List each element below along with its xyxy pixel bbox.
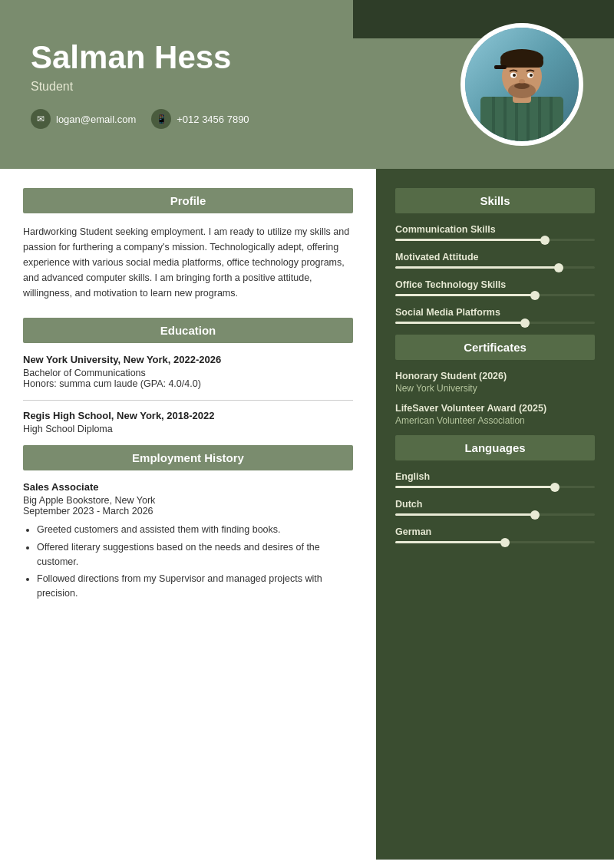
lang-item-2: Dutch (395, 499, 595, 516)
cert-org-1: New York University (395, 383, 595, 394)
edu-degree-2: High School Diploma (23, 424, 353, 434)
skill-name-3: Office Technology Skills (395, 279, 595, 290)
email-icon: ✉ (31, 109, 51, 129)
skill-name-2: Motivated Attitude (395, 252, 595, 262)
svg-point-19 (530, 74, 533, 77)
profile-photo (465, 28, 579, 141)
skill-bar-bg-2 (395, 266, 595, 269)
lang-dot-3 (500, 538, 510, 547)
cert-item-2: LifeSaver Volunteer Award (2025) America… (395, 403, 595, 426)
skill-bar-fill-3 (395, 294, 535, 296)
lang-name-1: English (395, 471, 595, 482)
skill-name-1: Communication Skills (395, 224, 595, 235)
skill-bar-bg-4 (395, 322, 595, 324)
skill-dot-4 (520, 318, 530, 328)
job-item-1: Sales Associate Big Apple Bookstore, New… (23, 481, 353, 601)
lang-name-3: German (395, 526, 595, 537)
skill-bar-bg-3 (395, 294, 595, 296)
skill-item-1: Communication Skills (395, 224, 595, 241)
job-duty-1-1: Greeted customers and assisted them with… (37, 523, 353, 537)
left-column: Profile Hardworking Student seeking empl… (0, 169, 376, 860)
edu-divider (23, 400, 353, 401)
lang-bar-bg-3 (395, 541, 595, 543)
edu-degree-1: Bachelor of Communications (23, 368, 353, 378)
job-duty-1-3: Followed directions from my Supervisor a… (37, 572, 353, 601)
svg-rect-3 (492, 97, 495, 141)
cert-name-1: Honorary Student (2026) (395, 371, 595, 381)
job-duty-1-2: Offered literary suggestions based on th… (37, 540, 353, 569)
education-section-header: Education (23, 318, 353, 343)
skill-item-2: Motivated Attitude (395, 252, 595, 269)
right-column: Skills Communication Skills Motivated At… (376, 169, 614, 860)
phone-contact: 📱 +012 3456 7890 (151, 109, 249, 129)
education-item-2: Regis High School, New York, 2018-2022 H… (23, 410, 353, 434)
svg-point-20 (519, 79, 525, 84)
phone-text: +012 3456 7890 (177, 114, 249, 125)
lang-item-1: English (395, 471, 595, 488)
svg-rect-12 (500, 57, 543, 68)
main-content: Profile Hardworking Student seeking empl… (0, 169, 614, 860)
cert-name-2: LifeSaver Volunteer Award (2025) (395, 403, 595, 414)
phone-icon: 📱 (151, 109, 171, 129)
cert-item-1: Honorary Student (2026) New York Univers… (395, 371, 595, 394)
edu-honors-1: Honors: summa cum laude (GPA: 4.0/4.0) (23, 378, 353, 389)
svg-point-18 (513, 74, 516, 77)
lang-bar-bg-1 (395, 486, 595, 488)
header-left: Salman Hess Student ✉ logan@email.com 📱 … (31, 40, 460, 129)
job-duties-list-1: Greeted customers and assisted them with… (23, 523, 353, 601)
profile-text: Hardworking Student seeking employment. … (23, 224, 353, 301)
svg-rect-5 (515, 97, 518, 141)
job-dates-1: September 2023 - March 2026 (23, 506, 353, 517)
svg-rect-7 (538, 97, 541, 141)
skill-item-3: Office Technology Skills (395, 279, 595, 296)
job-title-1: Sales Associate (23, 481, 353, 493)
profile-photo-svg (465, 28, 579, 141)
email-text: logan@email.com (56, 114, 136, 125)
skills-section-header: Skills (395, 188, 595, 213)
edu-school-1: New York University, New York, 2022-2026 (23, 354, 353, 365)
svg-rect-13 (494, 65, 507, 69)
skill-bar-fill-1 (395, 239, 545, 241)
education-item-1: New York University, New York, 2022-2026… (23, 354, 353, 389)
employment-section-header: Employment History (23, 445, 353, 470)
lang-bar-fill-1 (395, 486, 555, 488)
lang-bar-fill-3 (395, 541, 505, 543)
svg-rect-6 (527, 97, 530, 141)
skill-item-4: Social Media Platforms (395, 307, 595, 324)
header-contacts: ✉ logan@email.com 📱 +012 3456 7890 (31, 109, 460, 129)
skill-bar-fill-2 (395, 266, 559, 269)
skill-dot-1 (540, 236, 550, 245)
skill-bar-bg-1 (395, 239, 595, 241)
cert-org-2: American Volunteer Association (395, 415, 595, 426)
lang-bar-fill-2 (395, 513, 535, 516)
skill-dot-2 (554, 263, 563, 272)
lang-name-2: Dutch (395, 499, 595, 510)
profile-photo-wrap (460, 23, 583, 146)
profile-section-header: Profile (23, 188, 353, 213)
edu-school-2: Regis High School, New York, 2018-2022 (23, 410, 353, 421)
svg-point-15 (514, 83, 530, 89)
candidate-title: Student (31, 80, 460, 94)
lang-dot-2 (530, 510, 540, 520)
job-company-1: Big Apple Bookstore, New York (23, 495, 353, 506)
languages-section-header: Languages (395, 435, 595, 460)
email-contact: ✉ logan@email.com (31, 109, 136, 129)
skill-name-4: Social Media Platforms (395, 307, 595, 318)
header-dark-bar (353, 0, 614, 38)
skill-bar-fill-4 (395, 322, 525, 324)
lang-bar-bg-2 (395, 513, 595, 516)
candidate-name: Salman Hess (31, 40, 460, 75)
svg-rect-4 (503, 97, 507, 141)
header: Salman Hess Student ✉ logan@email.com 📱 … (0, 0, 614, 169)
lang-dot-1 (550, 483, 560, 492)
svg-rect-8 (550, 97, 553, 141)
lang-item-3: German (395, 526, 595, 543)
certificates-section-header: Certificates (395, 335, 595, 360)
skill-dot-3 (530, 291, 540, 300)
